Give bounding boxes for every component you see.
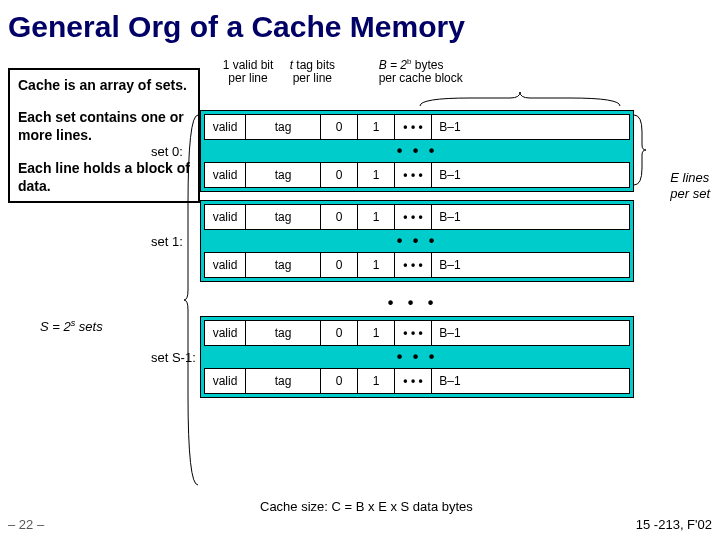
slide-number: – 22 –: [8, 517, 44, 532]
byte-last: B–1: [432, 369, 468, 393]
s-sets-label: S = 2s sets: [40, 318, 103, 334]
cache-line: validtag01• • •B–1: [204, 320, 630, 346]
column-labels: 1 valid bit per line t tag bitsper line …: [220, 58, 559, 85]
byte-1: 1: [358, 321, 395, 345]
cache-line: validtag01• • •B–1: [204, 368, 630, 394]
course-code: 15 -213, F'02: [636, 517, 712, 532]
tag-cell: tag: [246, 205, 321, 229]
tag-bits-label: t tag bitsper line: [279, 59, 345, 85]
tag-cell: tag: [246, 369, 321, 393]
dots-icon: • • •: [395, 115, 432, 139]
valid-cell: valid: [205, 205, 246, 229]
vdots-icon: • • •: [204, 346, 630, 368]
set-0: set 0: validtag01• • •B–1 • • • validtag…: [200, 110, 634, 192]
valid-cell: valid: [205, 115, 246, 139]
byte-1: 1: [358, 163, 395, 187]
info-p3: Each line holds a block of data.: [18, 159, 190, 195]
dots-icon: • • •: [395, 163, 432, 187]
valid-cell: valid: [205, 163, 246, 187]
set-1: set 1: validtag01• • •B–1 • • • validtag…: [200, 200, 634, 282]
info-p2: Each set contains one or more lines.: [18, 108, 190, 144]
byte-1: 1: [358, 253, 395, 277]
tag-cell: tag: [246, 321, 321, 345]
cache-line: validtag01• • •B–1: [204, 252, 630, 278]
set-1-label: set 1:: [151, 234, 183, 249]
cache-size-label: Cache size: C = B x E x S data bytes: [260, 499, 473, 514]
set-vdots-icon: • • •: [200, 290, 626, 316]
tag-cell: tag: [246, 163, 321, 187]
valid-cell: valid: [205, 369, 246, 393]
sets-container: set 0: validtag01• • •B–1 • • • validtag…: [200, 110, 634, 406]
byte-1: 1: [358, 205, 395, 229]
byte-0: 0: [321, 253, 358, 277]
valid-cell: valid: [205, 253, 246, 277]
set-0-label: set 0:: [151, 144, 183, 159]
set-s-1-label: set S-1:: [151, 350, 196, 365]
valid-bit-label: 1 valid bit per line: [220, 59, 276, 85]
byte-0: 0: [321, 321, 358, 345]
info-box: Cache is an array of sets. Each set cont…: [8, 68, 200, 203]
byte-0: 0: [321, 163, 358, 187]
byte-last: B–1: [432, 205, 468, 229]
cache-line: validtag01• • •B–1: [204, 114, 630, 140]
byte-last: B–1: [432, 253, 468, 277]
tag-cell: tag: [246, 115, 321, 139]
e-brace-icon: [634, 115, 648, 185]
cache-line: validtag01• • •B–1: [204, 204, 630, 230]
byte-last: B–1: [432, 321, 468, 345]
byte-last: B–1: [432, 115, 468, 139]
dots-icon: • • •: [395, 369, 432, 393]
vdots-icon: • • •: [204, 140, 630, 162]
vdots-icon: • • •: [204, 230, 630, 252]
bytes-label: B = 2b bytesper cache block: [349, 58, 559, 85]
info-p1: Cache is an array of sets.: [18, 76, 190, 94]
bytes-brace-icon: [420, 92, 620, 108]
set-s-1: set S-1: validtag01• • •B–1 • • • validt…: [200, 316, 634, 398]
byte-1: 1: [358, 115, 395, 139]
byte-0: 0: [321, 115, 358, 139]
byte-last: B–1: [432, 163, 468, 187]
e-lines-label: E linesper set: [670, 170, 710, 201]
byte-0: 0: [321, 205, 358, 229]
dots-icon: • • •: [395, 253, 432, 277]
byte-1: 1: [358, 369, 395, 393]
byte-0: 0: [321, 369, 358, 393]
dots-icon: • • •: [395, 205, 432, 229]
tag-cell: tag: [246, 253, 321, 277]
page-title: General Org of a Cache Memory: [0, 0, 720, 48]
cache-line: validtag01• • •B–1: [204, 162, 630, 188]
dots-icon: • • •: [395, 321, 432, 345]
valid-cell: valid: [205, 321, 246, 345]
